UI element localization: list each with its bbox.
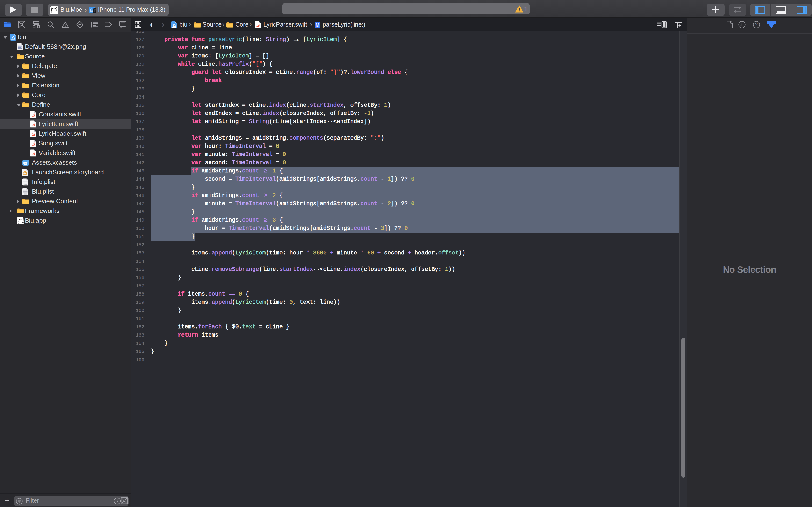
svg-text:PLIST: PLIST	[24, 183, 27, 185]
svg-text:?: ?	[755, 22, 758, 27]
svg-text:PLIST: PLIST	[24, 193, 27, 194]
